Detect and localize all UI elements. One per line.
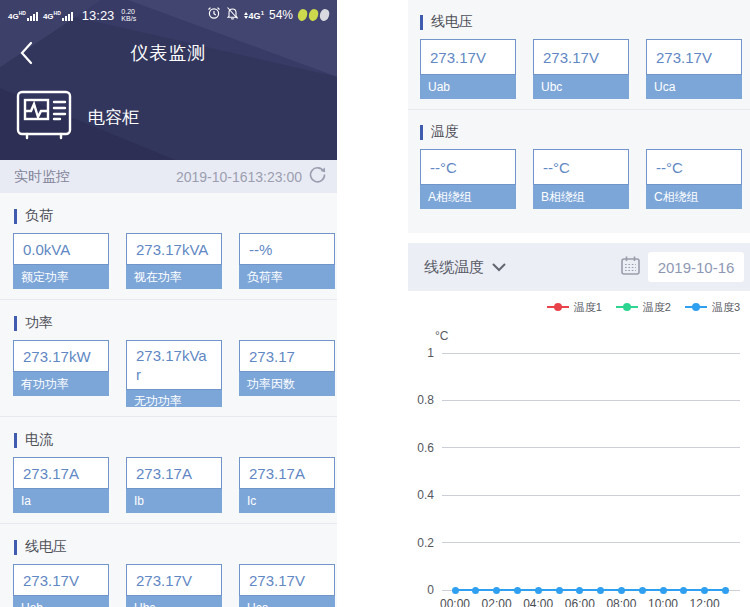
section-title: 温度	[431, 123, 459, 141]
metric-label: B相绕组	[533, 185, 629, 209]
metric-label: 视在功率	[126, 265, 222, 289]
metric-value: --°C	[646, 149, 742, 185]
metric-label: Ia	[13, 489, 109, 513]
metric-card: 273.17A Ic	[239, 457, 335, 513]
gridline	[442, 400, 740, 401]
title-accent-bar	[14, 540, 17, 555]
section-title: 功率	[25, 314, 53, 332]
device-row: 电容柜	[0, 76, 337, 144]
section-line-voltage: 线电压 273.17V Uab 273.17V Ubc 273.17V Uca	[408, 0, 750, 110]
network-speed: 0.20 KB/s	[121, 8, 136, 22]
refresh-icon[interactable]	[308, 165, 327, 188]
section-title-row: 线电压	[14, 537, 337, 557]
data-point	[452, 587, 459, 594]
alarm-clock-icon	[207, 6, 221, 24]
metric-label: Ic	[239, 489, 335, 513]
section-title-row: 温度	[420, 122, 750, 142]
x-tick-label: 04:00	[517, 597, 559, 607]
y-tick-label: 0.6	[408, 441, 442, 455]
metric-label: 无功功率	[126, 390, 222, 407]
page-title: 仪表监测	[0, 41, 337, 65]
title-accent-bar	[14, 209, 17, 224]
metric-card: 273.17V Uca	[646, 39, 742, 99]
section-title-row: 负荷	[14, 206, 337, 226]
cable-temp-dropdown[interactable]: 线缆温度	[424, 258, 506, 277]
metric-label: 负荷率	[239, 265, 335, 289]
metric-value: 273.17kVA	[126, 233, 222, 265]
network-type-icon: 4G1	[244, 10, 264, 21]
chart-title: 线缆温度	[424, 258, 484, 277]
app-header: 4GHD 4GHD 13:23 0.20 KB/s	[0, 0, 337, 160]
legend-marker	[547, 303, 569, 312]
x-tick-label: 10:00	[642, 597, 684, 607]
metric-label: Uab	[420, 75, 516, 99]
metric-label: Uca	[239, 596, 335, 607]
plot-area: 10.80.60.40.20	[408, 353, 740, 590]
section-title: 线电压	[25, 538, 67, 556]
x-tick-label: 08:00	[600, 597, 642, 607]
section-title-row: 线电压	[420, 12, 750, 32]
battery-percent: 54%	[269, 8, 293, 22]
metric-card: 273.17V Uab	[420, 39, 516, 99]
metric-label: Uca	[646, 75, 742, 99]
x-tick-label: 00:00	[434, 597, 476, 607]
section-load: 负荷 0.0kVA 额定功率 273.17kVA 视在功率 --% 负荷率	[0, 193, 337, 300]
y-axis-unit: °C	[435, 329, 750, 343]
data-point	[472, 587, 479, 594]
legend-marker	[685, 303, 707, 312]
metric-card: --°C B相绕组	[533, 149, 629, 209]
chart-header-bar: 线缆温度 2019-10-16	[408, 243, 750, 291]
metric-label: Ubc	[126, 596, 222, 607]
y-tick-label: 1	[408, 346, 442, 360]
device-name: 电容柜	[88, 106, 139, 129]
metric-label: 功率因数	[239, 372, 335, 396]
realtime-monitor-bar: 实时监控 2019-10-1613:23:00	[0, 160, 337, 193]
metric-card: 273.17 功率因数	[239, 340, 335, 406]
section-title: 负荷	[25, 207, 53, 225]
metric-label: 额定功率	[13, 265, 109, 289]
data-point	[701, 587, 708, 594]
data-point	[680, 587, 687, 594]
metric-card: 273.17V Ubc	[533, 39, 629, 99]
metric-card: 273.17kVA 视在功率	[126, 233, 222, 289]
y-tick-label: 0	[408, 583, 442, 597]
legend-item-temp2[interactable]: 温度2	[616, 300, 671, 315]
metric-label: 有功功率	[13, 372, 109, 396]
metric-value: 273.17V	[646, 39, 742, 75]
metric-label: A相绕组	[420, 185, 516, 209]
meter-cabinet-icon	[16, 90, 72, 144]
right-screen: 线电压 273.17V Uab 273.17V Ubc 273.17V Uca	[408, 0, 750, 607]
y-tick-label: 0.4	[408, 488, 442, 502]
y-gridline: 1	[408, 346, 740, 360]
back-button[interactable]	[12, 39, 40, 67]
chevron-down-icon	[492, 258, 506, 276]
calendar-icon[interactable]	[620, 255, 641, 280]
metric-value: --°C	[420, 149, 516, 185]
data-point	[597, 587, 604, 594]
metric-card: 273.17V Uab	[13, 564, 109, 607]
metric-card: --°C A相绕组	[420, 149, 516, 209]
data-point	[535, 587, 542, 594]
metric-label: C相绕组	[646, 185, 742, 209]
section-current: 电流 273.17A Ia 273.17A Ib 273.17A Ic	[0, 417, 337, 524]
metric-card: 273.17V Ubc	[126, 564, 222, 607]
chart-legend: 温度1 温度2 温度3	[408, 299, 750, 315]
section-title-row: 电流	[14, 430, 337, 450]
x-tick-label: 12:00	[684, 597, 726, 607]
metric-card: 0.0kVA 额定功率	[13, 233, 109, 289]
metric-card: 273.17kW 有功功率	[13, 340, 109, 406]
data-point	[618, 587, 625, 594]
y-gridline: 0.8	[408, 393, 740, 407]
date-picker[interactable]: 2019-10-16	[648, 252, 744, 282]
y-tick-label: 0.2	[408, 536, 442, 550]
y-gridline: 0.6	[408, 441, 740, 455]
legend-item-temp1[interactable]: 温度1	[547, 300, 602, 315]
x-axis-labels: 00:0002:0004:0006:0008:0010:0012:00	[450, 597, 750, 607]
section-temperature: 温度 --°C A相绕组 --°C B相绕组 --°C C相绕组	[408, 110, 750, 219]
metric-card: 273.17kVar 无功功率	[126, 340, 222, 406]
gridline	[442, 447, 740, 448]
metric-value: --°C	[533, 149, 629, 185]
x-tick-label: 06:00	[559, 597, 601, 607]
data-point	[514, 587, 521, 594]
legend-item-temp3[interactable]: 温度3	[685, 300, 740, 315]
